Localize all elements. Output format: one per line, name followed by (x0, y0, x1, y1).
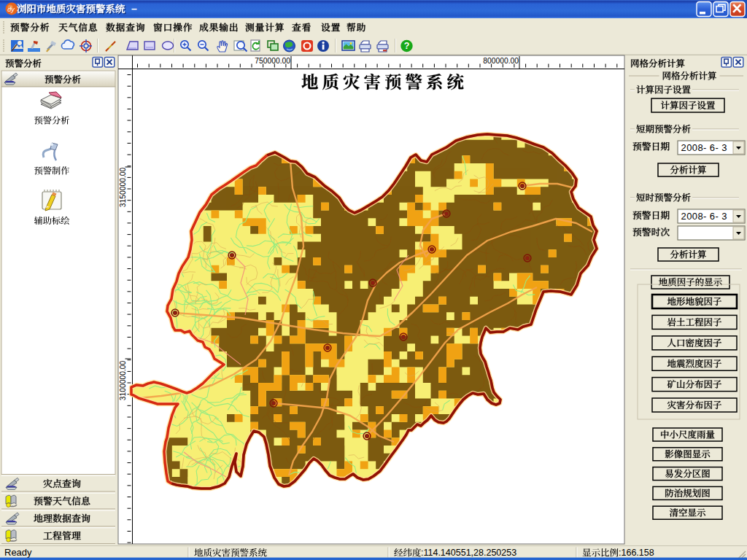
svg-text:3150000.00: 3150000.00 (119, 168, 127, 208)
svg-text:dy: dy (7, 6, 15, 13)
svg-text:Ready: Ready (4, 547, 32, 558)
svg-text::166.158: :166.158 (619, 548, 654, 558)
svg-text:2008- 6- 3: 2008- 6- 3 (681, 211, 727, 222)
svg-text::114.140551,28.250253: :114.140551,28.250253 (421, 548, 516, 558)
svg-text:3100000.00: 3100000.00 (119, 361, 127, 401)
svg-text:2008- 6- 3: 2008- 6- 3 (681, 142, 727, 153)
svg-text:750000.00: 750000.00 (255, 57, 290, 65)
svg-text:?: ? (404, 41, 410, 51)
svg-text:800000.00: 800000.00 (483, 57, 519, 65)
svg-text:–: – (131, 3, 137, 15)
